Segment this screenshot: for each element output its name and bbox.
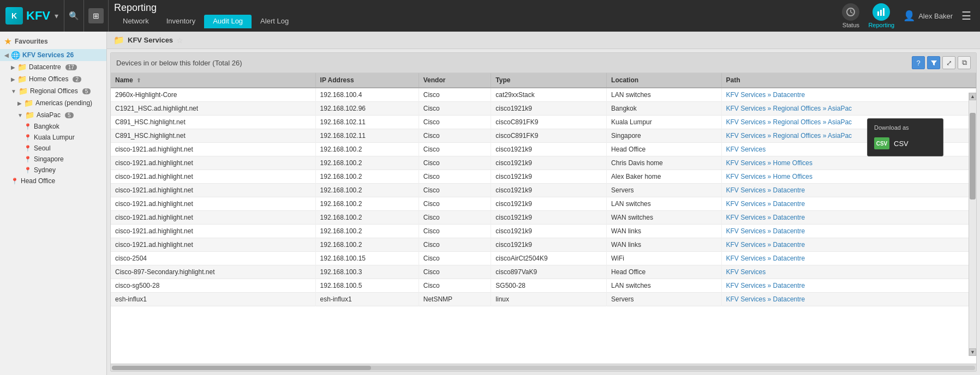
cell-location: Bangkok bbox=[607, 102, 721, 116]
cell-name: cisco-1921.ad.highlight.net bbox=[111, 211, 315, 225]
cell-type: cisco1921k9 bbox=[491, 225, 607, 238]
horizontal-scrollbar[interactable] bbox=[111, 364, 976, 371]
sidebar-item-head-office[interactable]: 📍 Head Office bbox=[0, 176, 106, 186]
grid-button[interactable]: ⊞ bbox=[88, 8, 104, 23]
cell-path[interactable]: KFV Services » Datacentre bbox=[721, 88, 976, 102]
path-link[interactable]: KFV Services » Datacentre bbox=[726, 200, 805, 208]
logo-icon: K bbox=[5, 7, 23, 25]
sidebar-item-regional-offices[interactable]: ▼ 📁 Regional Offices 5 bbox=[0, 85, 106, 97]
cell-path[interactable]: KFV Services » Regional Offices » AsiaPa… bbox=[721, 102, 976, 116]
cell-path[interactable]: KFV Services » Home Offices bbox=[721, 156, 976, 170]
search-icon[interactable]: 🔍 bbox=[69, 11, 79, 21]
vertical-scrollbar[interactable]: ▲ ▼ bbox=[969, 93, 976, 356]
h-scroll-thumb[interactable] bbox=[112, 366, 371, 370]
sidebar-item-americas[interactable]: ▶ 📁 Americas (pending) bbox=[0, 97, 106, 109]
breadcrumb-star[interactable]: ☆ bbox=[176, 36, 183, 45]
bangkok-pin-icon: 📍 bbox=[24, 123, 32, 130]
cell-name: C1921_HSC.ad.highlight.net bbox=[111, 102, 315, 116]
path-link[interactable]: KFV Services bbox=[726, 146, 766, 153]
expand-button[interactable]: ⤢ bbox=[942, 56, 955, 69]
path-link[interactable]: KFV Services » Datacentre bbox=[726, 186, 805, 194]
col-name[interactable]: Name ⬆ bbox=[111, 73, 315, 88]
path-link[interactable]: KFV Services » Regional Offices » AsiaPa… bbox=[726, 132, 852, 140]
path-link[interactable]: KFV Services » Regional Offices » AsiaPa… bbox=[726, 105, 852, 112]
popout-button[interactable]: ⧉ bbox=[958, 56, 971, 69]
cell-vendor: Cisco bbox=[419, 184, 491, 197]
cell-path[interactable]: KFV Services » Datacentre bbox=[721, 293, 976, 306]
scroll-up-button[interactable]: ▲ bbox=[969, 93, 976, 100]
cell-ip: 192.168.100.2 bbox=[315, 225, 419, 238]
cell-ip: 192.168.102.11 bbox=[315, 129, 419, 143]
nav-tabs: Network Inventory Audit Log Alert Log bbox=[114, 15, 833, 28]
sydney-pin-icon: 📍 bbox=[24, 167, 32, 174]
path-link[interactable]: KFV Services » Datacentre bbox=[726, 91, 805, 99]
scroll-track[interactable] bbox=[969, 100, 976, 348]
col-vendor[interactable]: Vendor bbox=[419, 73, 491, 88]
sidebar-item-bangkok[interactable]: 📍 Bangkok bbox=[0, 121, 106, 132]
col-type[interactable]: Type bbox=[491, 73, 607, 88]
cell-ip: 192.168.100.2 bbox=[315, 156, 419, 170]
cell-path[interactable]: KFV Services » Home Offices bbox=[721, 170, 976, 184]
breadcrumb-text: KFV Services bbox=[128, 36, 173, 44]
tab-audit-log[interactable]: Audit Log bbox=[204, 15, 252, 28]
cell-vendor: Cisco bbox=[419, 225, 491, 238]
tab-inventory[interactable]: Inventory bbox=[158, 15, 204, 28]
path-link[interactable]: KFV Services » Datacentre bbox=[726, 227, 805, 235]
filter-button[interactable] bbox=[927, 56, 940, 69]
col-ip[interactable]: IP Address bbox=[315, 73, 419, 88]
top-bar-right: Status Reporting 👤 Alex Baker ☰ bbox=[833, 0, 980, 32]
cell-path[interactable]: KFV Services » Datacentre bbox=[721, 238, 976, 252]
tab-network[interactable]: Network bbox=[114, 15, 158, 28]
col-location[interactable]: Location bbox=[607, 73, 721, 88]
path-link[interactable]: KFV Services » Datacentre bbox=[726, 241, 805, 249]
cell-path[interactable]: KFV Services » Datacentre bbox=[721, 184, 976, 197]
path-link[interactable]: KFV Services » Home Offices bbox=[726, 159, 813, 167]
head-office-pin-icon: 📍 bbox=[11, 178, 19, 185]
sidebar: ★ Favourites ◀ 🌐 KFV Services 26 ▶ 📁 Dat… bbox=[0, 32, 107, 375]
cell-location: Alex Baker home bbox=[607, 170, 721, 184]
sidebar-item-seoul[interactable]: 📍 Seoul bbox=[0, 143, 106, 154]
cell-path[interactable]: KFV Services bbox=[721, 265, 976, 279]
sidebar-item-kuala-lumpur[interactable]: 📍 Kuala Lumpur bbox=[0, 132, 106, 143]
top-bar-nav: Reporting Network Inventory Audit Log Al… bbox=[109, 0, 833, 32]
logo-dropdown-arrow[interactable]: ▾ bbox=[55, 11, 58, 20]
cell-name: Cisco-897-Secondary.highlight.net bbox=[111, 265, 315, 279]
cell-name: cisco-1921.ad.highlight.net bbox=[111, 238, 315, 252]
cell-name: C891_HSC.highlight.net bbox=[111, 116, 315, 129]
table-wrapper[interactable]: Name ⬆ IP Address Vendor Type bbox=[111, 73, 976, 364]
sidebar-item-datacentre[interactable]: ▶ 📁 Datacentre 17 bbox=[0, 61, 106, 73]
path-link[interactable]: KFV Services » Datacentre bbox=[726, 295, 805, 303]
path-link[interactable]: KFV Services » Datacentre bbox=[726, 214, 805, 221]
path-link[interactable]: KFV Services » Regional Offices » AsiaPa… bbox=[726, 118, 852, 126]
table-row: C891_HSC.highlight.net 192.168.102.11 Ci… bbox=[111, 116, 976, 129]
sidebar-item-sydney[interactable]: 📍 Sydney bbox=[0, 165, 106, 176]
path-link[interactable]: KFV Services » Datacentre bbox=[726, 282, 805, 289]
col-path[interactable]: Path bbox=[721, 73, 976, 88]
sidebar-item-home-offices[interactable]: ▶ 📁 Home Offices 2 bbox=[0, 73, 106, 85]
scroll-down-button[interactable]: ▼ bbox=[969, 348, 976, 356]
sidebar-item-asiapac[interactable]: ▼ 📁 AsiaPac 5 bbox=[0, 109, 106, 121]
cell-path[interactable]: KFV Services » Datacentre bbox=[721, 279, 976, 293]
hamburger-menu[interactable]: ☰ bbox=[961, 9, 971, 22]
cell-path[interactable]: KFV Services » Datacentre bbox=[721, 211, 976, 225]
sidebar-item-singapore[interactable]: 📍 Singapore bbox=[0, 154, 106, 165]
reporting-button[interactable]: Reporting bbox=[868, 3, 894, 28]
sidebar-item-kfv-services[interactable]: ◀ 🌐 KFV Services 26 bbox=[0, 49, 106, 61]
tab-alert-log[interactable]: Alert Log bbox=[252, 15, 297, 28]
cell-path[interactable]: KFV Services » Datacentre bbox=[721, 252, 976, 265]
cell-vendor: Cisco bbox=[419, 156, 491, 170]
cell-type: cisco1921k9 bbox=[491, 238, 607, 252]
americas-label: Americas (pending) bbox=[35, 99, 92, 107]
cell-path[interactable]: KFV Services » Datacentre bbox=[721, 225, 976, 238]
help-button[interactable]: ? bbox=[912, 56, 925, 69]
cell-path[interactable]: KFV Services » Datacentre bbox=[721, 197, 976, 211]
csv-download-option[interactable]: CSV CSV bbox=[868, 134, 943, 153]
cell-vendor: Cisco bbox=[419, 143, 491, 156]
scroll-thumb[interactable] bbox=[970, 113, 976, 199]
asiapac-label: AsiaPac bbox=[37, 111, 61, 119]
status-button[interactable]: Status bbox=[842, 3, 859, 28]
path-link[interactable]: KFV Services » Home Offices bbox=[726, 173, 813, 180]
path-link[interactable]: KFV Services » Datacentre bbox=[726, 255, 805, 262]
h-scroll-track[interactable] bbox=[112, 366, 975, 370]
path-link[interactable]: KFV Services bbox=[726, 268, 766, 276]
